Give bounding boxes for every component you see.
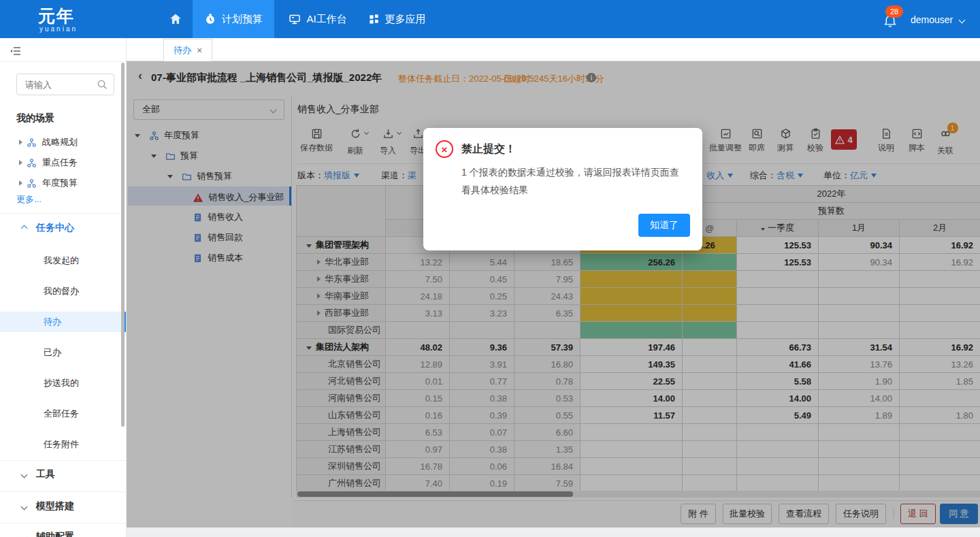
scenes-section-title: 我的场景 [16,112,54,125]
search-icon[interactable] [97,79,108,93]
sidebar-item-todo[interactable]: 待办 [0,312,125,332]
home-icon [169,12,182,26]
task-label: 待办 [44,316,61,328]
task-label: 已办 [44,346,61,359]
chevron-down-icon [21,471,28,478]
chevron-down-icon [959,16,966,23]
close-icon[interactable]: × [197,45,202,56]
dialog-ok-button[interactable]: 知道了 [638,214,690,237]
monitor-icon [289,13,301,25]
top-nav: 元年 yuanian 计划预算 AI工作台 更多应用 28 demouser [0,0,980,38]
nav-item-more-apps[interactable]: 更多应用 [359,0,434,38]
budget-clock-icon [204,13,216,25]
section-label: 工具 [36,468,55,481]
collapse-sidebar-button[interactable] [10,45,22,60]
dialog-title: 禁止提交！ [461,142,516,157]
task-label: 我发起的 [44,255,79,267]
tools-section[interactable]: 工具 [22,468,55,481]
auxiliary-config-section[interactable]: 辅助配置 [22,531,74,537]
sidebar-item-key-tasks[interactable]: 重点任务 [19,152,78,173]
tab-bar [127,38,980,61]
sidebar-item-strategic-planning[interactable]: 战略规划 [19,132,78,152]
tab-todo[interactable]: 待办 × [163,39,212,61]
collapse-sidebar-icon [10,45,22,57]
sidebar-item-cc-to-me[interactable]: 抄送我的 [0,373,125,393]
forbidden-submit-dialog: × 禁止提交！ 1 个报表的数据未通过校验，请返回报表详情页面查看具体校验结果 … [423,128,702,250]
nav-item-ai-workbench[interactable]: AI工作台 [282,0,354,38]
task-label: 抄送我的 [44,377,79,389]
section-label: 任务中心 [36,222,74,234]
sidebar-item-annual-budget[interactable]: 年度预算 [19,173,78,193]
sidebar-item-done[interactable]: 已办 [0,342,125,363]
nav-item-label: 更多应用 [385,13,426,26]
more-scenes-link[interactable]: 更多... [16,193,42,206]
nav-item-label: 计划预算 [222,13,263,26]
user-menu[interactable]: demouser [911,14,964,25]
org-chart-icon [27,158,37,168]
sidebar: 我的场景 战略规划 重点任务 年度预算 更多... 任务中心 我发起的 我的督办… [0,38,127,537]
model-building-section[interactable]: 模型搭建 [22,500,74,512]
chevron-down-icon [21,534,28,537]
notification-badge: 28 [885,5,903,18]
sidebar-item-label: 年度预算 [42,177,78,189]
sidebar-item-label: 战略规划 [42,136,78,148]
expand-right-icon[interactable] [19,180,22,186]
sidebar-scrollbar[interactable] [121,63,125,427]
page-bottom-strip [127,527,980,537]
app-logo-sub: yuanian [39,25,78,33]
error-circle-icon: × [436,140,453,158]
chevron-down-icon [21,503,28,510]
nav-item-planning-budget[interactable]: 计划预算 [193,0,274,38]
sidebar-item-my-supervision[interactable]: 我的督办 [0,281,125,302]
org-chart-icon [27,137,37,148]
username: demouser [911,14,953,25]
expand-right-icon[interactable] [19,160,22,165]
org-chart-icon [27,178,37,189]
expand-right-icon[interactable] [19,140,22,145]
sidebar-item-initiated-by-me[interactable]: 我发起的 [0,250,125,271]
task-label: 任务附件 [44,438,79,451]
nav-home-button[interactable] [158,0,193,38]
sidebar-item-task-attachments[interactable]: 任务附件 [0,434,125,455]
task-center-section[interactable]: 任务中心 [22,222,74,234]
task-label: 我的督办 [44,285,79,297]
nav-item-label: AI工作台 [306,13,346,26]
apps-grid-icon [368,14,380,25]
section-label: 模型搭建 [36,500,74,512]
dialog-message: 1 个报表的数据未通过校验，请返回报表详情页面查看具体校验结果 [461,163,687,199]
task-label: 全部任务 [44,408,79,420]
tab-label: 待办 [174,44,191,56]
app-logo: 元年 [38,5,75,27]
sidebar-item-label: 重点任务 [42,157,78,169]
section-label: 辅助配置 [36,531,74,537]
sidebar-item-all-tasks[interactable]: 全部任务 [0,404,125,424]
chevron-up-icon [21,225,28,231]
